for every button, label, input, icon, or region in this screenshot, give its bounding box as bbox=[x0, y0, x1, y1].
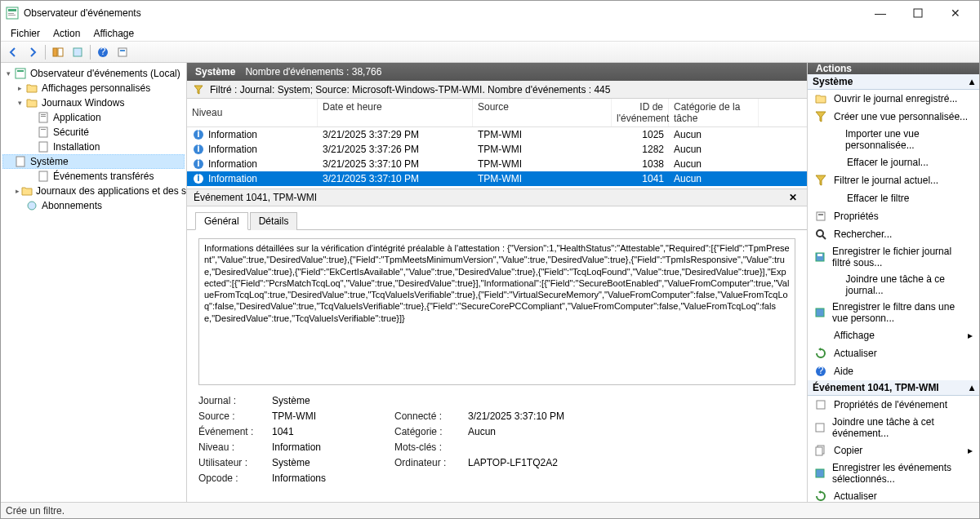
forward-button[interactable] bbox=[24, 43, 42, 61]
action-icon bbox=[814, 329, 827, 342]
table-header[interactable]: Niveau Date et heure Source ID de l'évén… bbox=[187, 99, 807, 127]
tree-custom-views[interactable]: ▸ Affichages personnalisés bbox=[2, 81, 185, 95]
navigation-tree[interactable]: ▾ Observateur d'événements (Local) ▸ Aff… bbox=[1, 63, 187, 502]
log-icon bbox=[37, 126, 50, 139]
table-row[interactable]: iInformation3/19/2025 2:34:19 PMTPM-WMI1… bbox=[187, 186, 807, 189]
action-item[interactable]: Actualiser bbox=[808, 344, 979, 362]
action-item[interactable]: Filtrer le journal actuel... bbox=[808, 171, 979, 189]
table-row[interactable]: iInformation3/21/2025 3:37:26 PMTPM-WMI1… bbox=[187, 142, 807, 157]
tab-general[interactable]: Général bbox=[195, 212, 248, 230]
action-item[interactable]: Enregistrer les événements sélectionnés.… bbox=[808, 459, 979, 487]
expand-icon[interactable]: ▸ bbox=[16, 187, 20, 195]
collapse-icon[interactable]: ▴ bbox=[969, 76, 974, 87]
expand-icon[interactable]: ▾ bbox=[16, 99, 24, 107]
action-label: Actualiser bbox=[834, 490, 877, 502]
event-table[interactable]: Niveau Date et heure Source ID de l'évén… bbox=[187, 99, 807, 189]
action-item[interactable]: Joindre une tâche à cet événement... bbox=[808, 414, 979, 441]
cell-date: 3/21/2025 3:37:29 PM bbox=[318, 128, 473, 141]
svg-rect-21 bbox=[39, 171, 47, 181]
event-properties: Journal : Système Source : TPM-WMI Conne… bbox=[198, 395, 795, 484]
detail-close-button[interactable]: ✕ bbox=[786, 192, 800, 203]
lbl-connected: Connecté : bbox=[394, 410, 460, 422]
action-item[interactable]: Joindre une tâche à ce journal... bbox=[808, 271, 979, 299]
action-item[interactable]: Rechercher... bbox=[808, 225, 979, 243]
svg-text:i: i bbox=[197, 188, 199, 189]
menu-action[interactable]: Action bbox=[47, 26, 87, 41]
tree-subscriptions[interactable]: Abonnements bbox=[2, 198, 185, 213]
action-item[interactable]: Enregistrer le fichier journal filtré so… bbox=[808, 243, 979, 271]
export-button[interactable] bbox=[69, 43, 87, 61]
col-id[interactable]: ID de l'événement bbox=[612, 99, 669, 126]
table-row[interactable]: iInformation3/21/2025 3:37:10 PMTPM-WMI1… bbox=[187, 171, 807, 186]
expand-icon[interactable]: ▸ bbox=[16, 84, 24, 92]
expand-icon[interactable]: ▾ bbox=[4, 69, 12, 78]
maximize-button[interactable] bbox=[899, 1, 937, 25]
cell-level: Information bbox=[208, 129, 257, 140]
action-label: Enregistrer le fichier journal filtré so… bbox=[832, 246, 973, 268]
log-icon bbox=[14, 155, 27, 168]
tree-log-setup[interactable]: Installation bbox=[2, 140, 185, 154]
action-item[interactable]: Effacer le journal... bbox=[808, 153, 979, 171]
action-item[interactable]: Créer une vue personnalisée... bbox=[808, 108, 979, 126]
tree-log-forwarded[interactable]: Événements transférés bbox=[2, 169, 185, 184]
action-item[interactable]: Importer une vue personnalisée... bbox=[808, 126, 979, 153]
cell-category: Aucun bbox=[669, 143, 759, 156]
svg-rect-46 bbox=[816, 469, 824, 477]
val-event: 1041 bbox=[272, 426, 386, 437]
close-button[interactable]: ✕ bbox=[937, 1, 974, 25]
col-level[interactable]: Niveau bbox=[187, 99, 318, 126]
action-item[interactable]: Enregistrer le filtre dans une vue perso… bbox=[808, 299, 979, 326]
tree-windows-logs[interactable]: ▾ Journaux Windows bbox=[2, 95, 185, 110]
menu-file[interactable]: Fichier bbox=[4, 26, 47, 41]
cell-source: TPM-WMI bbox=[473, 128, 612, 141]
tree-log-application[interactable]: Application bbox=[2, 110, 185, 125]
action-item[interactable]: Propriétés bbox=[808, 207, 979, 225]
tree-label: Observateur d'événements (Local) bbox=[30, 68, 180, 79]
cell-source: TPM-WMI bbox=[473, 143, 612, 156]
tab-details[interactable]: Détails bbox=[250, 212, 298, 230]
tree-label: Installation bbox=[53, 141, 100, 153]
lbl-source: Source : bbox=[198, 410, 264, 422]
action-icon bbox=[814, 444, 827, 457]
action-item[interactable]: ?Aide bbox=[808, 362, 979, 380]
action-label: Affichage bbox=[834, 330, 875, 341]
minimize-button[interactable]: ― bbox=[862, 1, 899, 25]
actions-group-system[interactable]: Système ▴ bbox=[808, 74, 979, 90]
action-item[interactable]: Affichage▸ bbox=[808, 326, 979, 344]
action-item[interactable]: Copier▸ bbox=[808, 441, 979, 459]
col-source[interactable]: Source bbox=[473, 99, 612, 126]
tree-log-security[interactable]: Sécurité bbox=[2, 125, 185, 140]
action-item[interactable]: Propriétés de l'événement bbox=[808, 396, 979, 414]
tree-log-system[interactable]: Système bbox=[2, 154, 185, 169]
help-button[interactable]: ? bbox=[94, 43, 112, 61]
col-category[interactable]: Catégorie de la tâche bbox=[669, 99, 759, 126]
action-icon bbox=[827, 133, 839, 146]
chevron-right-icon: ▸ bbox=[968, 330, 973, 341]
table-row[interactable]: iInformation3/21/2025 3:37:29 PMTPM-WMI1… bbox=[187, 127, 807, 142]
action-item[interactable]: Ouvrir le journal enregistré... bbox=[808, 90, 979, 108]
subscriptions-icon bbox=[25, 199, 38, 212]
table-row[interactable]: iInformation3/21/2025 3:37:10 PMTPM-WMI1… bbox=[187, 157, 807, 171]
back-button[interactable] bbox=[4, 43, 22, 61]
tree-apps-services[interactable]: ▸ Journaux des applications et des servi… bbox=[2, 184, 185, 198]
action-label: Propriétés bbox=[834, 211, 879, 222]
svg-rect-7 bbox=[74, 48, 82, 56]
event-description[interactable]: Informations détaillées sur la vérificat… bbox=[198, 238, 795, 385]
action-icon bbox=[814, 228, 827, 241]
action-item[interactable]: Effacer le filtre bbox=[808, 189, 979, 207]
toolbar-separator bbox=[45, 45, 46, 60]
svg-text:?: ? bbox=[100, 47, 106, 57]
tree-root[interactable]: ▾ Observateur d'événements (Local) bbox=[2, 66, 185, 81]
col-date[interactable]: Date et heure bbox=[318, 99, 473, 126]
refresh-button[interactable] bbox=[114, 43, 131, 61]
menu-view[interactable]: Affichage bbox=[87, 26, 140, 41]
collapse-icon[interactable]: ▴ bbox=[969, 382, 974, 393]
cell-date: 3/21/2025 3:37:26 PM bbox=[318, 143, 473, 156]
svg-rect-5 bbox=[53, 48, 57, 56]
action-item[interactable]: Actualiser bbox=[808, 487, 979, 502]
show-hide-tree-button[interactable] bbox=[49, 43, 67, 61]
actions-group-event[interactable]: Événement 1041, TPM-WMI ▴ bbox=[808, 380, 979, 396]
action-icon bbox=[827, 192, 840, 205]
toolbar-separator bbox=[90, 45, 91, 60]
cell-id: 1041 bbox=[612, 172, 669, 185]
